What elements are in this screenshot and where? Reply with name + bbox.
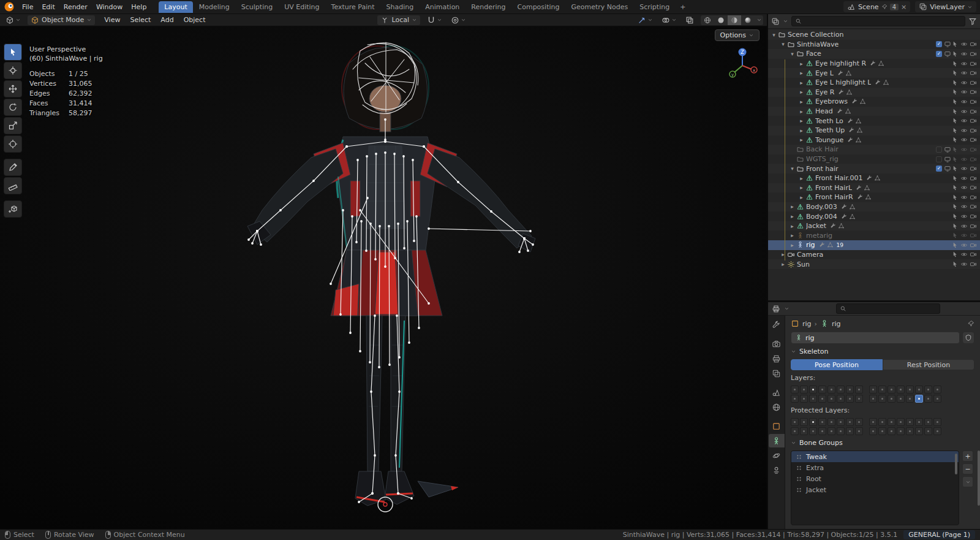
layer-toggle[interactable]: [915, 386, 923, 394]
hide-viewport-eye-icon[interactable]: [960, 222, 968, 230]
outliner-row[interactable]: Teeth Lo: [768, 116, 980, 126]
pose-position-button[interactable]: Pose Position: [791, 359, 883, 370]
disable-render-camera-icon[interactable]: [970, 136, 977, 143]
selectable-icon[interactable]: [951, 213, 959, 220]
properties-tab[interactable]: [769, 352, 785, 365]
tool-scale[interactable]: [4, 117, 22, 134]
protected-layer-toggle[interactable]: [906, 427, 914, 435]
layer-toggle[interactable]: [809, 395, 817, 403]
layer-toggle[interactable]: [846, 386, 854, 394]
scene-selector[interactable]: Scene 4 ×: [843, 1, 910, 12]
viewport-menu-item[interactable]: Select: [126, 15, 155, 25]
expand-arrow-icon[interactable]: [798, 194, 805, 200]
selectable-icon[interactable]: [951, 156, 959, 163]
properties-tab[interactable]: [769, 337, 785, 351]
disable-render-camera-icon[interactable]: [970, 98, 977, 105]
disable-render-camera-icon[interactable]: [970, 117, 977, 124]
protected-layer-toggle[interactable]: [818, 418, 826, 426]
selectable-icon[interactable]: [951, 175, 959, 182]
outliner-row[interactable]: Body.003: [768, 202, 980, 212]
viewlayer-selector[interactable]: ViewLayer: [915, 1, 976, 12]
protected-layer-toggle[interactable]: [846, 427, 854, 435]
collection-checkbox[interactable]: [936, 156, 942, 162]
pin-icon[interactable]: [967, 320, 974, 327]
protected-layer-toggle[interactable]: [800, 418, 808, 426]
properties-search-input[interactable]: [849, 305, 937, 313]
protected-layer-toggle[interactable]: [837, 418, 845, 426]
selectable-icon[interactable]: [951, 98, 959, 105]
tool-annotate[interactable]: [4, 159, 22, 176]
add-bone-group-button[interactable]: +: [962, 451, 973, 462]
outliner-row[interactable]: Eye R: [768, 88, 980, 97]
protected-layer-toggle[interactable]: [846, 418, 854, 426]
menu-item[interactable]: File: [18, 2, 37, 12]
protected-layer-toggle[interactable]: [924, 427, 932, 435]
hide-viewport-eye-icon[interactable]: [960, 241, 968, 249]
outliner-row[interactable]: Eye L highlight L: [768, 78, 980, 88]
layer-toggle[interactable]: [888, 395, 895, 403]
protected-layer-toggle[interactable]: [924, 418, 932, 426]
proportional-editing-toggle[interactable]: [449, 15, 468, 25]
layer-toggle[interactable]: [818, 395, 826, 403]
hide-viewport-eye-icon[interactable]: [960, 50, 968, 58]
hide-viewport-eye-icon[interactable]: [960, 146, 968, 153]
protected-layer-toggle[interactable]: [906, 418, 914, 426]
outliner-row[interactable]: Eye highlight R: [768, 59, 980, 69]
screen-exclude-icon[interactable]: [944, 50, 951, 58]
layer-toggle[interactable]: [933, 386, 941, 394]
hide-viewport-eye-icon[interactable]: [960, 40, 968, 48]
outliner-row[interactable]: Face: [768, 49, 980, 59]
shading-material-button[interactable]: [728, 15, 741, 25]
expand-arrow-icon[interactable]: [780, 251, 786, 257]
rest-position-button[interactable]: Rest Position: [883, 359, 974, 370]
layer-toggle[interactable]: [869, 395, 877, 403]
protected-layer-toggle[interactable]: [791, 427, 799, 435]
layer-toggle[interactable]: [800, 386, 808, 394]
bone-group-specials-button[interactable]: [962, 476, 973, 487]
layer-toggle[interactable]: [933, 395, 941, 403]
expand-arrow-icon[interactable]: [798, 89, 805, 95]
properties-tab[interactable]: [769, 449, 785, 462]
selectable-icon[interactable]: [951, 60, 959, 67]
selectable-icon[interactable]: [951, 165, 959, 172]
selectable-icon[interactable]: [951, 146, 959, 153]
outliner-row[interactable]: Eye L: [768, 68, 980, 78]
selectable-icon[interactable]: [951, 232, 959, 239]
outliner-row[interactable]: Camera: [768, 250, 980, 260]
selectable-icon[interactable]: [951, 117, 959, 124]
expand-arrow-icon[interactable]: [789, 203, 796, 210]
disable-render-camera-icon[interactable]: [970, 175, 977, 182]
protected-layer-toggle[interactable]: [855, 427, 863, 435]
outliner-row[interactable]: Sun: [768, 259, 980, 269]
xray-toggle[interactable]: [684, 15, 696, 25]
layer-toggle[interactable]: [906, 386, 914, 394]
hide-viewport-eye-icon[interactable]: [960, 79, 968, 86]
disable-render-camera-icon[interactable]: [970, 156, 977, 163]
protected-layer-toggle[interactable]: [888, 427, 895, 435]
shading-solid-button[interactable]: [714, 15, 728, 25]
expand-arrow-icon[interactable]: [789, 242, 796, 248]
layer-toggle[interactable]: [888, 386, 895, 394]
hide-viewport-eye-icon[interactable]: [960, 136, 968, 143]
layer-toggle[interactable]: [924, 395, 932, 403]
bone-groups-scrollbar[interactable]: [955, 454, 957, 474]
tool-transform[interactable]: [4, 135, 22, 153]
outliner-row[interactable]: Front HairR: [768, 192, 980, 202]
editor-type-button[interactable]: [4, 15, 23, 25]
tool-rotate[interactable]: [4, 99, 22, 116]
bone-groups-section-header[interactable]: Bone Groups: [791, 439, 974, 447]
outliner-row[interactable]: rig 19: [768, 240, 980, 250]
selectable-icon[interactable]: [951, 194, 959, 201]
snap-toggle[interactable]: [425, 15, 444, 25]
workspace-tab[interactable]: Compositing: [512, 1, 565, 13]
selectable-icon[interactable]: [951, 136, 959, 143]
layer-toggle[interactable]: [897, 386, 905, 394]
expand-arrow-icon[interactable]: [798, 137, 805, 143]
menu-item[interactable]: Window: [92, 2, 127, 12]
expand-arrow-icon[interactable]: [780, 261, 786, 267]
properties-scrollbar[interactable]: [978, 451, 980, 506]
hide-viewport-eye-icon[interactable]: [960, 194, 968, 201]
protected-layer-toggle[interactable]: [933, 418, 941, 426]
viewport-menu-item[interactable]: Object: [179, 15, 210, 25]
hide-viewport-eye-icon[interactable]: [960, 213, 968, 220]
